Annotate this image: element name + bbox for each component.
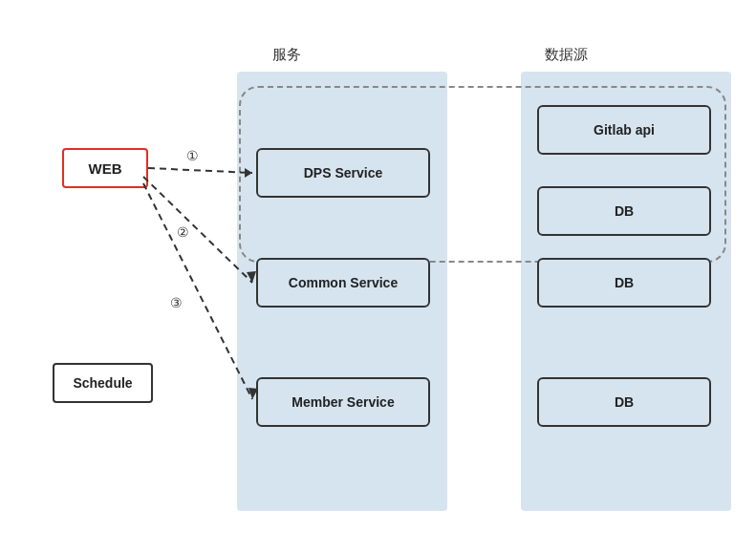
- db2-label: DB: [615, 275, 634, 290]
- gitlab-api-box[interactable]: Gitlab api: [537, 105, 711, 155]
- member-service-box[interactable]: Member Service: [256, 377, 430, 427]
- web-box[interactable]: WEB: [62, 148, 148, 188]
- gitlab-api-label: Gitlab api: [594, 122, 655, 138]
- db-box-2[interactable]: DB: [537, 258, 711, 308]
- svg-line-2: [143, 177, 252, 283]
- common-service-box[interactable]: Common Service: [256, 258, 430, 308]
- db-box-3[interactable]: DB: [537, 377, 711, 427]
- arrow2-label: ②: [177, 224, 189, 240]
- web-label: WEB: [89, 160, 122, 177]
- schedule-label: Schedule: [73, 375, 132, 391]
- db1-label: DB: [615, 203, 634, 219]
- schedule-box[interactable]: Schedule: [53, 363, 153, 403]
- dps-service-box[interactable]: DPS Service: [256, 148, 430, 198]
- service-column-header: 服务: [272, 46, 301, 64]
- svg-line-4: [143, 183, 252, 399]
- diagram-container: 服务 数据源 WEB Schedule DPS Service Common S…: [0, 0, 756, 552]
- db-box-1[interactable]: DB: [537, 186, 711, 236]
- common-service-label: Common Service: [289, 275, 398, 290]
- arrow1-label: ①: [186, 148, 199, 163]
- member-service-label: Member Service: [292, 394, 394, 410]
- dps-service-label: DPS Service: [304, 165, 383, 180]
- datasource-column-header: 数据源: [545, 46, 588, 64]
- arrow3-label: ③: [170, 295, 183, 310]
- db3-label: DB: [615, 394, 634, 410]
